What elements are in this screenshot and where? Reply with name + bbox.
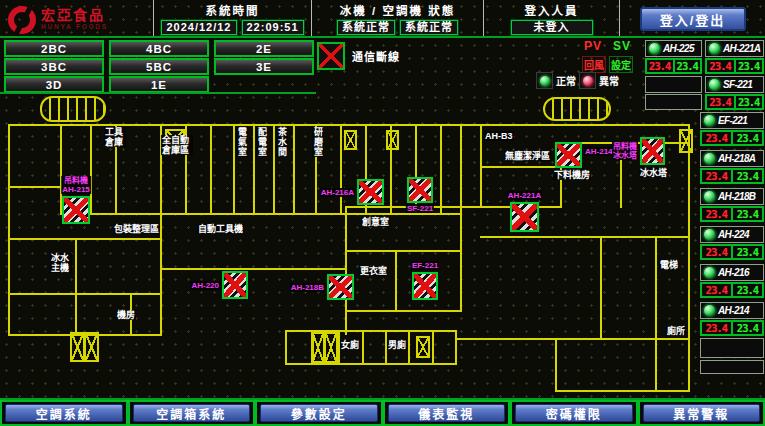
unit-EF-221[interactable]: EF-221: [700, 112, 764, 129]
unit-values-EF-221: 23.423.4: [700, 130, 764, 146]
wall: [395, 250, 397, 312]
room-label: 無塵潔淨區: [504, 151, 551, 161]
room-label: 電梯: [659, 260, 679, 270]
unit-AH-225[interactable]: AH-225: [645, 40, 702, 57]
wall: [480, 166, 562, 168]
nav-button-參數設定[interactable]: 參數設定: [260, 404, 378, 422]
equipment-AH-221A[interactable]: [510, 202, 539, 232]
unit-sv-value: 23.4: [674, 59, 702, 73]
equipment-AH-218B[interactable]: [327, 274, 354, 300]
wall: [60, 213, 462, 215]
system-time-label: 系統時間: [154, 2, 311, 18]
damper-icon: [416, 336, 430, 358]
equipment-AH-216A[interactable]: [357, 179, 384, 205]
wall: [253, 124, 255, 215]
floor-button-2E[interactable]: 2E: [214, 40, 314, 57]
machine-status-label: 冰機 / 空調機 狀態: [312, 2, 483, 18]
unit-empty-slot: [645, 76, 702, 93]
unit-AH-218A[interactable]: AH-218A: [700, 150, 764, 167]
nav-button-密碼權限[interactable]: 密碼權限: [515, 404, 633, 422]
floor-button-3D[interactable]: 3D: [4, 76, 104, 93]
floor-button-5BC[interactable]: 5BC: [109, 58, 209, 75]
unit-sv-value: 23.4: [732, 207, 763, 221]
room-label: 冰水主機: [50, 253, 72, 273]
room-label: 冰水塔: [639, 168, 668, 178]
wall: [480, 236, 690, 238]
unit-AH-218B[interactable]: AH-218B: [700, 188, 764, 205]
nav-button-空調箱系統[interactable]: 空調箱系統: [133, 404, 251, 422]
unit-sv-value: 23.4: [735, 59, 764, 73]
unit-pv-value: 23.4: [646, 59, 674, 73]
unit-pv-value: 23.4: [701, 321, 732, 335]
unit-values-SF-221: 23.423.4: [705, 94, 764, 110]
damper-icon: [679, 129, 693, 153]
brand-text: 宏亞食品 HUNYA FOODS: [41, 8, 108, 30]
room-label: 工具倉庫: [104, 127, 126, 147]
equipment-AH-214[interactable]: [555, 142, 582, 168]
unit-AH-214[interactable]: AH-214: [700, 302, 764, 319]
hunya-logo-icon: [8, 6, 36, 34]
room-label: 研磨室: [312, 127, 324, 157]
damper-icon: [84, 332, 99, 362]
unit-values-AH-225: 23.423.4: [645, 58, 702, 74]
login-logout-button[interactable]: 登入/登出: [640, 7, 746, 31]
wall: [8, 124, 10, 336]
unit-status-led: [703, 228, 716, 241]
floor-button-1E[interactable]: 1E: [109, 76, 209, 93]
wall: [345, 206, 347, 335]
machine-status-section: 冰機 / 空調機 狀態 系統正常 系統正常: [311, 0, 483, 36]
unit-AH-224[interactable]: AH-224: [700, 226, 764, 243]
nav-button-儀表監視[interactable]: 儀表監視: [388, 404, 506, 422]
brand-subtitle: HUNYA FOODS: [41, 23, 108, 30]
nav-button-空調系統[interactable]: 空調系統: [5, 404, 123, 422]
floor-button-3E[interactable]: 3E: [214, 58, 314, 75]
equipment-label-冰水塔: 吊料機冰水塔: [612, 142, 638, 160]
system-time-value: 22:09:51: [242, 20, 304, 35]
bottom-nav-section: 空調系統: [0, 400, 128, 426]
floor-button-4BC[interactable]: 4BC: [109, 40, 209, 57]
unit-status-led: [703, 190, 716, 203]
unit-status-led: [703, 304, 716, 317]
unit-AH-221A[interactable]: AH-221A: [705, 40, 764, 57]
comm-loss-icon: [317, 42, 345, 70]
wall: [555, 338, 557, 392]
wall: [8, 124, 690, 126]
unit-pv-value: 23.4: [701, 131, 732, 145]
wall: [75, 238, 77, 336]
login-person-section: 登入人員 未登入: [483, 0, 619, 36]
equipment-AH-215[interactable]: [62, 196, 90, 224]
unit-sv-value: 23.4: [732, 131, 763, 145]
hmi-screen: 工具倉庫全自動倉庫區電氣室配電室茶水間研磨室AH-B3無塵潔淨區下料機房冰水塔包…: [0, 0, 765, 426]
unit-SF-221[interactable]: SF-221: [705, 76, 764, 93]
floor-button-3BC[interactable]: 3BC: [4, 58, 104, 75]
abnormal-legend: 異常: [579, 72, 619, 89]
equipment-AH-220[interactable]: [222, 271, 248, 299]
unit-status-led: [648, 42, 661, 55]
unit-empty-slot: [645, 94, 702, 110]
login-person-value: 未登入: [511, 20, 593, 35]
equipment-EF-221[interactable]: [412, 272, 438, 300]
nav-button-異常警報[interactable]: 異常警報: [643, 404, 761, 422]
unit-values-AH-218A: 23.423.4: [700, 168, 764, 184]
room-label: AH-B3: [484, 131, 514, 141]
equipment-label-AH-215: 吊料機AH-215: [61, 176, 91, 194]
unit-status-led: [703, 114, 716, 127]
abnormal-led-frame: [579, 72, 596, 89]
brand-logo: 宏亞食品 HUNYA FOODS: [0, 0, 153, 36]
unit-pv-value: 23.4: [706, 59, 735, 73]
unit-empty-slot: [700, 338, 764, 358]
floor-button-2BC[interactable]: 2BC: [4, 40, 104, 57]
wall: [233, 124, 235, 215]
unit-AH-216[interactable]: AH-216: [700, 264, 764, 281]
unit-values-AH-218B: 23.423.4: [700, 206, 764, 222]
equipment-冰水塔[interactable]: [640, 137, 665, 165]
equipment-label-AH-221A: AH-221A: [507, 191, 542, 200]
brand-name: 宏亞食品: [41, 8, 108, 23]
unit-name: AH-216: [718, 267, 749, 278]
stairs-icon: [543, 97, 611, 121]
unit-values-AH-216: 23.423.4: [700, 282, 764, 298]
wall: [600, 236, 602, 340]
unit-empty-slot: [700, 360, 764, 374]
equipment-SF-221[interactable]: [407, 177, 433, 203]
unit-name: AH-221A: [723, 43, 760, 54]
